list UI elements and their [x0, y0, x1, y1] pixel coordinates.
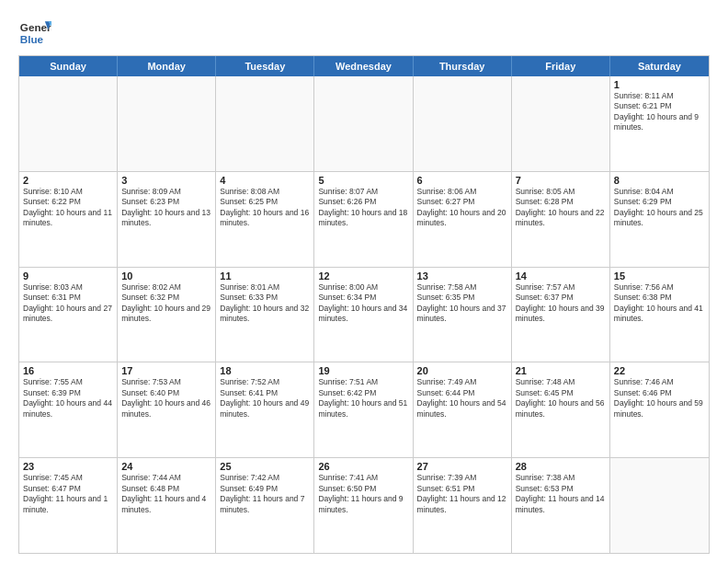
calendar-day-26: 26Sunrise: 7:41 AM Sunset: 6:50 PM Dayli…: [314, 458, 413, 553]
calendar-day-11: 11Sunrise: 8:01 AM Sunset: 6:33 PM Dayli…: [216, 268, 314, 362]
calendar-day-6: 6Sunrise: 8:06 AM Sunset: 6:27 PM Daylig…: [414, 172, 512, 267]
day-number: 25: [220, 461, 310, 472]
calendar-day-3: 3Sunrise: 8:09 AM Sunset: 6:23 PM Daylig…: [118, 172, 216, 267]
calendar-day-20: 20Sunrise: 7:49 AM Sunset: 6:44 PM Dayli…: [414, 362, 512, 457]
day-info: Sunrise: 7:57 AM Sunset: 6:37 PM Dayligh…: [516, 282, 606, 325]
svg-text:Blue: Blue: [20, 33, 44, 45]
page-header: General Blue: [18, 15, 710, 48]
day-number: 14: [516, 270, 606, 282]
day-number: 17: [121, 365, 211, 376]
weekday-header-friday: Friday: [512, 56, 610, 76]
calendar-week-3: 9Sunrise: 8:03 AM Sunset: 6:31 PM Daylig…: [19, 267, 709, 362]
day-number: 13: [417, 270, 507, 282]
calendar-day-13: 13Sunrise: 7:58 AM Sunset: 6:35 PM Dayli…: [414, 268, 512, 362]
day-number: 16: [23, 365, 113, 376]
day-number: 18: [220, 365, 310, 376]
calendar-day-empty: [610, 458, 709, 553]
day-info: Sunrise: 7:46 AM Sunset: 6:46 PM Dayligh…: [614, 377, 705, 419]
day-info: Sunrise: 8:10 AM Sunset: 6:22 PM Dayligh…: [23, 187, 113, 229]
weekday-header-sunday: Sunday: [19, 56, 118, 76]
day-info: Sunrise: 7:52 AM Sunset: 6:41 PM Dayligh…: [220, 377, 310, 419]
calendar-day-empty: [512, 76, 610, 171]
calendar-day-9: 9Sunrise: 8:03 AM Sunset: 6:31 PM Daylig…: [19, 268, 118, 362]
day-number: 20: [417, 365, 507, 376]
calendar-day-7: 7Sunrise: 8:05 AM Sunset: 6:28 PM Daylig…: [512, 172, 610, 267]
day-info: Sunrise: 8:05 AM Sunset: 6:28 PM Dayligh…: [516, 187, 606, 229]
day-number: 27: [417, 461, 507, 472]
calendar-day-25: 25Sunrise: 7:42 AM Sunset: 6:49 PM Dayli…: [216, 458, 314, 553]
day-info: Sunrise: 7:58 AM Sunset: 6:35 PM Dayligh…: [417, 282, 507, 325]
day-info: Sunrise: 7:51 AM Sunset: 6:42 PM Dayligh…: [318, 377, 408, 419]
calendar-day-21: 21Sunrise: 7:48 AM Sunset: 6:45 PM Dayli…: [512, 362, 610, 457]
calendar-week-5: 23Sunrise: 7:45 AM Sunset: 6:47 PM Dayli…: [19, 457, 709, 553]
day-info: Sunrise: 7:44 AM Sunset: 6:48 PM Dayligh…: [121, 473, 211, 515]
day-number: 6: [417, 175, 507, 186]
calendar-day-10: 10Sunrise: 8:02 AM Sunset: 6:32 PM Dayli…: [118, 268, 216, 362]
calendar-day-1: 1Sunrise: 8:11 AM Sunset: 6:21 PM Daylig…: [610, 76, 709, 171]
day-number: 22: [614, 365, 705, 376]
calendar-day-4: 4Sunrise: 8:08 AM Sunset: 6:25 PM Daylig…: [216, 172, 314, 267]
day-number: 11: [220, 270, 310, 282]
day-number: 8: [614, 175, 705, 186]
day-info: Sunrise: 8:01 AM Sunset: 6:33 PM Dayligh…: [220, 282, 310, 325]
calendar-week-4: 16Sunrise: 7:55 AM Sunset: 6:39 PM Dayli…: [19, 362, 709, 457]
day-number: 10: [121, 270, 211, 282]
weekday-header-tuesday: Tuesday: [216, 56, 314, 76]
calendar-week-2: 2Sunrise: 8:10 AM Sunset: 6:22 PM Daylig…: [19, 171, 709, 267]
day-info: Sunrise: 8:11 AM Sunset: 6:21 PM Dayligh…: [614, 91, 705, 133]
day-number: 19: [318, 365, 408, 376]
calendar-day-23: 23Sunrise: 7:45 AM Sunset: 6:47 PM Dayli…: [19, 458, 118, 553]
calendar-day-12: 12Sunrise: 8:00 AM Sunset: 6:34 PM Dayli…: [314, 268, 413, 362]
day-number: 28: [516, 461, 606, 472]
day-number: 23: [23, 461, 113, 472]
day-number: 2: [23, 175, 113, 186]
calendar-day-empty: [118, 76, 216, 171]
day-info: Sunrise: 7:56 AM Sunset: 6:38 PM Dayligh…: [614, 282, 705, 325]
day-number: 24: [121, 461, 211, 472]
day-number: 15: [614, 270, 705, 282]
calendar-day-27: 27Sunrise: 7:39 AM Sunset: 6:51 PM Dayli…: [414, 458, 512, 553]
day-number: 3: [121, 175, 211, 186]
calendar-day-14: 14Sunrise: 7:57 AM Sunset: 6:37 PM Dayli…: [512, 268, 610, 362]
day-info: Sunrise: 7:53 AM Sunset: 6:40 PM Dayligh…: [121, 377, 211, 419]
day-info: Sunrise: 7:39 AM Sunset: 6:51 PM Dayligh…: [417, 473, 507, 515]
calendar-day-empty: [314, 76, 413, 171]
calendar-day-8: 8Sunrise: 8:04 AM Sunset: 6:29 PM Daylig…: [610, 172, 709, 267]
day-info: Sunrise: 8:06 AM Sunset: 6:27 PM Dayligh…: [417, 187, 507, 229]
calendar-day-2: 2Sunrise: 8:10 AM Sunset: 6:22 PM Daylig…: [19, 172, 118, 267]
calendar-body: 1Sunrise: 8:11 AM Sunset: 6:21 PM Daylig…: [19, 76, 709, 553]
calendar-day-empty: [216, 76, 314, 171]
logo: General Blue: [18, 15, 51, 48]
calendar-day-empty: [19, 76, 118, 171]
day-info: Sunrise: 8:03 AM Sunset: 6:31 PM Dayligh…: [23, 282, 113, 325]
day-number: 1: [614, 79, 705, 90]
logo-icon: General Blue: [18, 15, 51, 48]
weekday-header-thursday: Thursday: [414, 56, 512, 76]
day-number: 5: [318, 175, 408, 186]
calendar-header: SundayMondayTuesdayWednesdayThursdayFrid…: [19, 56, 709, 76]
day-number: 7: [516, 175, 606, 186]
weekday-header-monday: Monday: [118, 56, 216, 76]
day-info: Sunrise: 8:07 AM Sunset: 6:26 PM Dayligh…: [318, 187, 408, 229]
calendar-day-18: 18Sunrise: 7:52 AM Sunset: 6:41 PM Dayli…: [216, 362, 314, 457]
day-info: Sunrise: 7:48 AM Sunset: 6:45 PM Dayligh…: [516, 377, 606, 419]
calendar-day-5: 5Sunrise: 8:07 AM Sunset: 6:26 PM Daylig…: [314, 172, 413, 267]
calendar-day-19: 19Sunrise: 7:51 AM Sunset: 6:42 PM Dayli…: [314, 362, 413, 457]
calendar-week-1: 1Sunrise: 8:11 AM Sunset: 6:21 PM Daylig…: [19, 76, 709, 171]
day-number: 9: [23, 270, 113, 282]
calendar-day-16: 16Sunrise: 7:55 AM Sunset: 6:39 PM Dayli…: [19, 362, 118, 457]
calendar: SundayMondayTuesdayWednesdayThursdayFrid…: [18, 55, 710, 554]
day-number: 21: [516, 365, 606, 376]
day-number: 26: [318, 461, 408, 472]
day-info: Sunrise: 7:49 AM Sunset: 6:44 PM Dayligh…: [417, 377, 507, 419]
day-number: 4: [220, 175, 310, 186]
day-info: Sunrise: 7:41 AM Sunset: 6:50 PM Dayligh…: [318, 473, 408, 515]
calendar-day-15: 15Sunrise: 7:56 AM Sunset: 6:38 PM Dayli…: [610, 268, 709, 362]
day-info: Sunrise: 7:45 AM Sunset: 6:47 PM Dayligh…: [23, 473, 113, 515]
calendar-day-empty: [414, 76, 512, 171]
day-number: 12: [318, 270, 408, 282]
day-info: Sunrise: 8:08 AM Sunset: 6:25 PM Dayligh…: [220, 187, 310, 229]
calendar-day-17: 17Sunrise: 7:53 AM Sunset: 6:40 PM Dayli…: [118, 362, 216, 457]
day-info: Sunrise: 8:02 AM Sunset: 6:32 PM Dayligh…: [121, 282, 211, 325]
calendar-day-24: 24Sunrise: 7:44 AM Sunset: 6:48 PM Dayli…: [118, 458, 216, 553]
